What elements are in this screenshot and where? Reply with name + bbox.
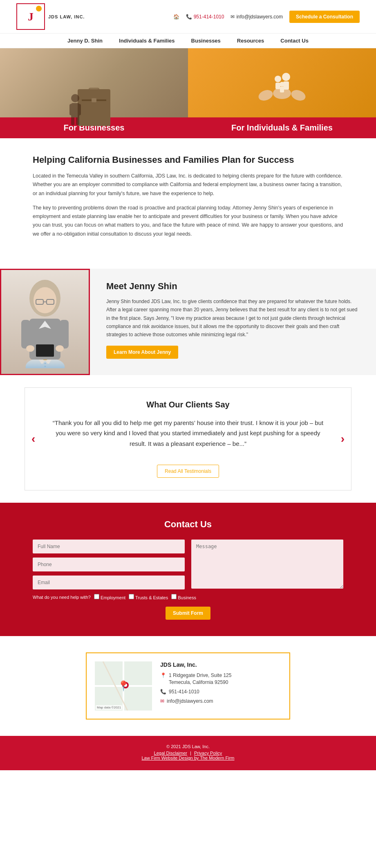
- footer: © 2021 JDS Law, Inc. Legal Disclaimer | …: [0, 736, 376, 770]
- footer-privacy-link[interactable]: Privacy Policy: [194, 751, 222, 756]
- contact-form: [33, 540, 343, 590]
- jenny-silhouette: [12, 276, 78, 374]
- svg-rect-27: [60, 320, 69, 349]
- address-email: ✉ info@jdslawyers.com: [160, 698, 231, 705]
- firm-name: JDS Law, Inc.: [160, 661, 231, 668]
- svg-point-17: [280, 82, 284, 87]
- full-name-input[interactable]: [33, 540, 185, 553]
- nav-jenny[interactable]: Jenny D. Shin: [67, 38, 103, 44]
- jenny-title: Meet Jenny Shin: [106, 281, 360, 292]
- schedule-consultation-button[interactable]: Schedule a Consultation: [289, 11, 360, 23]
- jenny-section: Meet Jenny Shin Jenny Shin founded JDS L…: [0, 269, 376, 375]
- email-input[interactable]: [33, 576, 185, 589]
- email-link[interactable]: ✉ info@jdslawyers.com: [231, 14, 283, 20]
- svg-rect-8: [71, 116, 74, 125]
- contact-title: Contact Us: [33, 519, 343, 530]
- home-icon: 🏠: [173, 14, 179, 20]
- what-label: What do you need help with?: [33, 595, 91, 600]
- trusts-checkbox[interactable]: [129, 594, 134, 599]
- learn-more-jenny-button[interactable]: Learn More About Jenny: [106, 346, 178, 359]
- email-icon: ✉: [231, 14, 235, 20]
- svg-rect-6: [69, 104, 74, 115]
- hero-businesses[interactable]: For Businesses: [0, 48, 188, 138]
- email-address: info@jdslawyers.com: [236, 14, 283, 20]
- address-phone: 📞 951-414-1010: [160, 688, 231, 695]
- address-section: Map data ©2021 JDS Law, Inc. 📍 1 Ridgega…: [0, 636, 376, 736]
- main-nav: Jenny D. Shin Individuals & Families Bus…: [0, 34, 376, 48]
- footer-copyright: © 2021 JDS Law, Inc.: [16, 744, 360, 749]
- contact-form-left: [33, 540, 185, 590]
- carousel-next-button[interactable]: ›: [341, 432, 345, 445]
- intro-section: Helping California Businesses and Famili…: [0, 138, 376, 261]
- contact-submit-area: Submit Form: [33, 607, 343, 620]
- message-textarea[interactable]: [191, 540, 343, 589]
- svg-rect-3: [92, 98, 96, 102]
- location-icon: 📍: [160, 672, 166, 679]
- address-box: Map data ©2021 JDS Law, Inc. 📍 1 Ridgega…: [86, 652, 290, 720]
- testimonials-section: What Our Clients Say ‹ “Thank you for al…: [25, 387, 351, 491]
- employment-checkbox-label[interactable]: Employment: [94, 594, 125, 600]
- phone-link[interactable]: 📞 951-414-1010: [186, 14, 224, 20]
- map-svg: [95, 661, 152, 711]
- phone-input[interactable]: [33, 558, 185, 571]
- svg-rect-26: [21, 320, 30, 349]
- address-phone-text: 951-414-1010: [169, 688, 199, 695]
- business-checkbox[interactable]: [171, 594, 177, 599]
- logo-letter: J: [28, 10, 34, 23]
- phone-icon-address: 📞: [160, 688, 166, 695]
- intro-para1: Located in the Temecula Valley in southe…: [33, 172, 343, 198]
- carousel-prev-button[interactable]: ‹: [31, 432, 35, 445]
- svg-point-20: [34, 287, 56, 313]
- address-street: 📍 1 Ridgegate Drive, Suite 125 Temecula,…: [160, 672, 231, 686]
- home-link[interactable]: 🏠: [173, 14, 179, 20]
- logo-box: J: [16, 3, 45, 30]
- phone-number: 951-414-1010: [194, 14, 224, 20]
- testimonial-quote: “Thank you for all you did to help me ge…: [49, 418, 327, 449]
- intro-title: Helping California Businesses and Famili…: [33, 155, 343, 165]
- map-thumbnail: Map data ©2021: [95, 661, 152, 711]
- submit-form-button[interactable]: Submit Form: [166, 607, 210, 620]
- nav-individuals[interactable]: Individuals & Families: [119, 38, 175, 44]
- address-info: JDS Law, Inc. 📍 1 Ridgegate Drive, Suite…: [160, 661, 231, 707]
- briefcase-icon: [78, 81, 110, 122]
- svg-point-10: [257, 88, 274, 101]
- footer-legal-link[interactable]: Legal Disclaimer: [154, 751, 187, 756]
- employment-checkbox[interactable]: [94, 594, 99, 599]
- nav-businesses[interactable]: Businesses: [191, 38, 221, 44]
- logo-accent: [36, 6, 42, 11]
- trusts-checkbox-label[interactable]: Trusts & Estates: [129, 594, 168, 600]
- map-label: Map data ©2021: [96, 705, 122, 710]
- svg-point-11: [290, 88, 307, 101]
- logo-text: JDS LAW, INC.: [48, 14, 85, 19]
- intro-para2: The key to preventing problems down the …: [33, 204, 343, 238]
- footer-design-link[interactable]: Law Firm Website Design by The Modern Fi…: [142, 756, 235, 760]
- svg-point-15: [282, 73, 290, 81]
- hero-families[interactable]: For Individuals & Families: [188, 48, 376, 138]
- jenny-text-area: Meet Jenny Shin Jenny Shin founded JDS L…: [90, 269, 376, 375]
- svg-point-29: [56, 345, 64, 352]
- svg-rect-18: [280, 87, 284, 92]
- top-bar-contact: 🏠 📞 951-414-1010 ✉ info@jdslawyers.com S…: [173, 11, 360, 23]
- business-checkbox-label[interactable]: Business: [171, 594, 196, 600]
- contact-section: Contact Us What do you need help with? E…: [0, 503, 376, 636]
- testimonials-title: What Our Clients Say: [49, 400, 327, 409]
- hero-families-label[interactable]: For Individuals & Families: [188, 117, 376, 138]
- nav-contact[interactable]: Contact Us: [280, 38, 309, 44]
- city-text: Temecula, California 92590: [169, 679, 228, 685]
- svg-point-35: [122, 682, 129, 688]
- hero-section: For Businesses For Individuals & Familie…: [0, 48, 376, 138]
- svg-point-28: [26, 345, 34, 352]
- checkboxes-area: What do you need help with? Employment T…: [33, 594, 343, 600]
- email-icon-address: ✉: [160, 698, 164, 705]
- read-testimonials-button[interactable]: Read All Testimonials: [157, 465, 219, 478]
- contact-form-right: [191, 540, 343, 590]
- top-bar: J JDS LAW, INC. 🏠 📞 951-414-1010 ✉ info@…: [0, 0, 376, 34]
- svg-rect-14: [275, 83, 280, 89]
- logo: J JDS LAW, INC.: [16, 3, 85, 30]
- nav-resources[interactable]: Resources: [237, 38, 264, 44]
- street-text: 1 Ridgegate Drive, Suite 125: [169, 672, 231, 678]
- jenny-para: Jenny Shin founded JDS Law, Inc. to give…: [106, 297, 360, 339]
- svg-point-36: [124, 684, 127, 687]
- phone-icon: 📞: [186, 14, 192, 20]
- svg-rect-30: [36, 344, 54, 357]
